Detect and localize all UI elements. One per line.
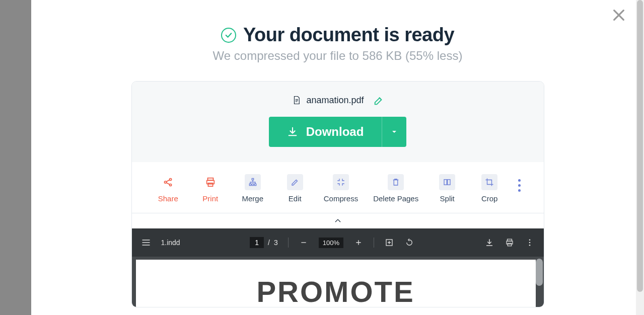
page-title: Your document is ready	[243, 24, 454, 46]
viewer-download-button[interactable]	[484, 238, 494, 248]
download-icon	[287, 126, 298, 137]
trash-icon	[391, 178, 400, 187]
svg-point-1	[169, 178, 171, 180]
viewer-print-button[interactable]	[505, 238, 515, 248]
compress-icon	[336, 178, 345, 187]
tools-row: Share Print Merge	[132, 162, 544, 213]
viewer-doc-name: 1.indd	[161, 239, 180, 247]
tool-compress[interactable]: Compress	[324, 174, 358, 203]
tool-delete-pages[interactable]: Delete Pages	[373, 174, 418, 203]
svg-point-18	[529, 245, 530, 246]
current-page-input[interactable]	[250, 237, 264, 248]
svg-rect-11	[448, 180, 450, 185]
modal-scrollbar-thumb[interactable]	[637, 0, 643, 292]
dot-icon	[518, 189, 521, 192]
rename-button[interactable]	[373, 95, 383, 105]
collapse-toggle[interactable]	[132, 213, 544, 228]
tool-share[interactable]: Share	[155, 174, 182, 203]
pdf-viewer-toolbar: 1.indd / 3 100%	[132, 228, 544, 257]
modal-scrollbar-track[interactable]	[636, 0, 644, 315]
pencil-icon	[291, 178, 300, 187]
filename: anamation.pdf	[306, 95, 364, 106]
svg-rect-10	[444, 180, 447, 185]
page-indicator: / 3	[250, 237, 278, 248]
svg-rect-5	[208, 183, 212, 186]
toolbar-divider	[288, 238, 289, 248]
tool-split-label: Split	[440, 194, 455, 203]
result-card: anamation.pdf Download	[131, 81, 544, 307]
svg-rect-7	[249, 184, 251, 185]
tool-merge-label: Merge	[242, 194, 264, 203]
header: Your document is ready We compressed you…	[31, 0, 644, 63]
svg-point-17	[529, 242, 530, 244]
merge-icon	[248, 177, 258, 187]
download-main[interactable]: Download	[269, 117, 382, 147]
tool-crop[interactable]: Crop	[476, 174, 503, 203]
toolbar-divider	[374, 238, 374, 248]
crop-icon	[485, 178, 494, 187]
more-tools-button[interactable]	[518, 177, 521, 193]
more-vertical-icon	[525, 238, 534, 247]
hamburger-icon	[141, 238, 151, 248]
edit-icon	[373, 95, 384, 106]
tool-edit[interactable]: Edit	[281, 174, 309, 203]
tool-split[interactable]: Split	[434, 174, 461, 203]
total-pages: 3	[274, 239, 278, 247]
modal: Your document is ready We compressed you…	[31, 0, 644, 315]
share-icon	[163, 177, 174, 188]
chevron-up-icon	[333, 217, 343, 224]
viewer-more-button[interactable]	[525, 238, 535, 248]
close-icon	[611, 7, 627, 23]
download-label: Download	[306, 125, 364, 139]
tool-print-label: Print	[202, 194, 218, 203]
dot-icon	[518, 179, 521, 182]
page-subtitle: We compressed your file to 586 KB (55% l…	[31, 49, 644, 63]
tool-share-label: Share	[158, 194, 178, 203]
pdf-page: PROMOTE PRODUCTIVITY	[136, 260, 536, 307]
tool-print[interactable]: Print	[197, 174, 224, 203]
svg-rect-6	[252, 179, 253, 180]
svg-point-2	[169, 184, 171, 186]
svg-rect-9	[254, 184, 256, 185]
fit-page-button[interactable]	[384, 238, 394, 248]
tool-merge[interactable]: Merge	[239, 174, 266, 203]
page-separator: /	[268, 239, 270, 247]
minus-icon	[300, 239, 308, 247]
svg-point-16	[529, 240, 530, 241]
backdrop-strip	[0, 0, 31, 315]
rotate-button[interactable]	[404, 238, 414, 248]
fit-page-icon	[385, 238, 394, 247]
viewer-menu-button[interactable]	[141, 238, 151, 248]
svg-rect-15	[508, 244, 512, 246]
zoom-level[interactable]: 100%	[319, 238, 343, 248]
pdf-viewer-content[interactable]: PROMOTE PRODUCTIVITY	[132, 257, 544, 307]
viewer-scrollbar[interactable]	[536, 259, 543, 286]
tool-compress-label: Compress	[324, 194, 358, 203]
tool-edit-label: Edit	[289, 194, 302, 203]
close-button[interactable]	[611, 7, 627, 23]
zoom-out-button[interactable]	[299, 238, 309, 248]
tool-delete-pages-label: Delete Pages	[373, 194, 418, 203]
svg-point-0	[164, 181, 166, 183]
print-icon	[205, 177, 216, 188]
plus-icon	[354, 239, 363, 247]
download-button[interactable]: Download	[269, 117, 407, 147]
zoom-in-button[interactable]	[353, 238, 364, 248]
print-icon	[505, 238, 514, 247]
card-header: anamation.pdf Download	[132, 82, 544, 162]
page-heading-text: PROMOTE PRODUCTIVITY	[146, 275, 526, 307]
rotate-icon	[405, 238, 414, 247]
tool-crop-label: Crop	[481, 194, 498, 203]
filename-row: anamation.pdf	[142, 95, 534, 106]
document-icon	[292, 95, 301, 106]
download-icon	[485, 238, 494, 247]
download-options-button[interactable]	[382, 117, 406, 147]
svg-rect-8	[252, 184, 253, 185]
split-icon	[443, 178, 452, 187]
title-row: Your document is ready	[31, 24, 644, 46]
success-check-icon	[221, 28, 236, 43]
dot-icon	[518, 184, 521, 187]
caret-down-icon	[391, 129, 397, 135]
modal-backdrop: Your document is ready We compressed you…	[0, 0, 644, 315]
